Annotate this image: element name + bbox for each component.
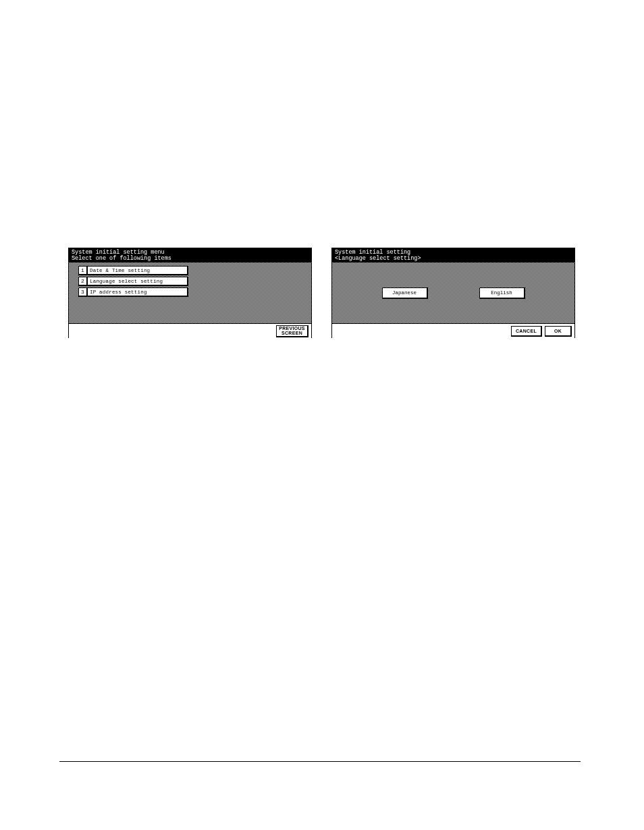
language-option-english-button[interactable]: English — [479, 287, 525, 299]
option-label: Japanese — [392, 290, 417, 296]
page-bottom-rule — [59, 761, 581, 762]
menu-item-date-time[interactable]: 1 Date & Time setting — [78, 266, 188, 275]
panel-titlebar: System initial setting menu Select one o… — [69, 248, 311, 262]
menu-item-label: IP address setting — [90, 289, 147, 295]
button-label: OK — [554, 329, 562, 333]
menu-body: 1 Date & Time setting 2 Language select … — [69, 262, 311, 323]
option-label: English — [491, 290, 512, 296]
button-label: CANCEL — [516, 329, 537, 333]
panel-footer: PREVIOUS SCREEN — [69, 323, 311, 338]
language-select-setting-panel: System initial setting <Language select … — [331, 248, 575, 338]
ok-button[interactable]: OK — [545, 326, 572, 337]
system-initial-setting-menu-panel: System initial setting menu Select one o… — [68, 248, 312, 338]
panel-title-line2: <Language select setting> — [335, 256, 572, 262]
panel-title-line2: Select one of following items — [72, 256, 308, 262]
cancel-button[interactable]: CANCEL — [511, 326, 542, 337]
previous-screen-button[interactable]: PREVIOUS SCREEN — [276, 325, 308, 337]
menu-item-ip-address[interactable]: 3 IP address setting — [78, 287, 188, 297]
panel-footer: CANCEL OK — [332, 323, 574, 338]
menu-item-number: 1 — [78, 266, 88, 275]
language-option-japanese-button[interactable]: Japanese — [382, 287, 428, 299]
panel-titlebar: System initial setting <Language select … — [332, 248, 574, 262]
menu-item-label: Language select setting — [90, 279, 163, 284]
menu-item-label: Date & Time setting — [90, 268, 150, 273]
menu-item-number: 2 — [78, 277, 88, 286]
language-options-body: Japanese English — [332, 262, 574, 323]
menu-item-language-select[interactable]: 2 Language select setting — [78, 277, 188, 286]
menu-item-number: 3 — [78, 287, 88, 297]
